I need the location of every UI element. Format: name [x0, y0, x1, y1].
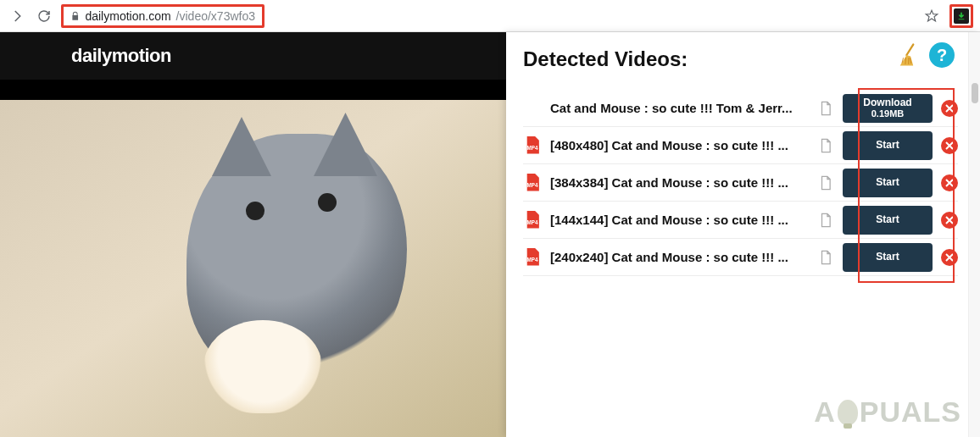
- video-row: MP4 [144x144] Cat and Mouse : so cute !!…: [523, 202, 958, 239]
- remove-button[interactable]: [941, 249, 958, 266]
- site-logo[interactable]: dailymotion: [71, 45, 171, 67]
- downloader-extension-button[interactable]: [949, 4, 973, 28]
- url-domain: dailymotion.com: [85, 9, 170, 23]
- video-title: [480x480] Cat and Mouse : so cute !!! ..…: [550, 138, 810, 152]
- start-button[interactable]: Start: [843, 206, 933, 235]
- url-path: /video/x73wfo3: [176, 9, 255, 23]
- forward-button[interactable]: [7, 6, 27, 26]
- document-icon[interactable]: [819, 101, 834, 116]
- watermark-logo: A PUALS: [814, 396, 961, 429]
- help-icon[interactable]: ?: [929, 42, 955, 68]
- popup-title: Detected Videos:: [523, 47, 958, 71]
- mp4-badge-icon: MP4: [523, 248, 542, 267]
- video-row: MP4 [384x384] Cat and Mouse : so cute !!…: [523, 164, 958, 202]
- video-title: [144x144] Cat and Mouse : so cute !!! ..…: [550, 213, 810, 227]
- hamster-shape: [203, 320, 322, 413]
- mp4-badge-icon: MP4: [523, 211, 542, 230]
- remove-button[interactable]: [941, 174, 958, 191]
- remove-button[interactable]: [941, 137, 958, 154]
- remove-button[interactable]: [941, 212, 958, 229]
- download-arrow-icon: [954, 8, 969, 24]
- svg-text:MP4: MP4: [527, 181, 538, 187]
- button-sublabel: 0.19MB: [871, 108, 905, 119]
- svg-text:MP4: MP4: [527, 144, 538, 150]
- remove-button[interactable]: [941, 100, 958, 117]
- video-title: [384x384] Cat and Mouse : so cute !!! ..…: [550, 175, 810, 190]
- kitten-eye: [318, 193, 337, 212]
- start-button[interactable]: Start: [843, 243, 933, 272]
- button-label: Start: [876, 251, 899, 263]
- svg-text:MP4: MP4: [527, 218, 538, 224]
- button-label: Start: [876, 213, 899, 225]
- lock-icon: [70, 10, 80, 22]
- address-bar[interactable]: dailymotion.com/video/x73wfo3: [61, 4, 264, 28]
- reload-button[interactable]: [34, 6, 54, 26]
- kitten-eye: [246, 202, 264, 220]
- video-row: MP4 [240x240] Cat and Mouse : so cute !!…: [523, 239, 958, 276]
- bookmark-star[interactable]: [921, 5, 943, 27]
- download-button[interactable]: Download 0.19MB: [843, 94, 933, 123]
- video-player-area: [0, 80, 506, 437]
- start-button[interactable]: Start: [843, 131, 933, 160]
- mp4-badge-icon: [523, 99, 542, 118]
- video-row: MP4 [480x480] Cat and Mouse : so cute !!…: [523, 127, 958, 164]
- button-label: Download: [863, 97, 911, 108]
- mp4-badge-icon: MP4: [523, 174, 542, 192]
- document-icon[interactable]: [819, 138, 834, 153]
- document-icon[interactable]: [819, 213, 834, 228]
- watermark-pre: A: [814, 396, 836, 429]
- mp4-badge-icon: MP4: [523, 136, 542, 155]
- broom-icon[interactable]: [895, 42, 921, 68]
- browser-toolbar: dailymotion.com/video/x73wfo3: [0, 0, 980, 32]
- video-title: [240x240] Cat and Mouse : so cute !!! ..…: [550, 250, 810, 264]
- video-list: Cat and Mouse : so cute !!! Tom & Jerr..…: [523, 90, 958, 276]
- video-thumbnail[interactable]: [0, 100, 506, 437]
- extension-popup: Detected Videos: ? Cat and Mouse : so cu…: [506, 32, 980, 437]
- button-label: Start: [876, 139, 899, 151]
- document-icon[interactable]: [819, 175, 834, 191]
- scrollbar[interactable]: [968, 32, 980, 437]
- svg-text:MP4: MP4: [527, 256, 538, 262]
- watermark-mid: PUALS: [860, 396, 961, 429]
- video-title: Cat and Mouse : so cute !!! Tom & Jerr..…: [550, 101, 810, 115]
- scrollbar-thumb[interactable]: [972, 83, 978, 103]
- bulb-icon: [838, 400, 858, 425]
- start-button[interactable]: Start: [843, 169, 933, 197]
- document-icon[interactable]: [819, 250, 834, 265]
- button-label: Start: [876, 176, 899, 188]
- video-row: Cat and Mouse : so cute !!! Tom & Jerr..…: [523, 90, 958, 127]
